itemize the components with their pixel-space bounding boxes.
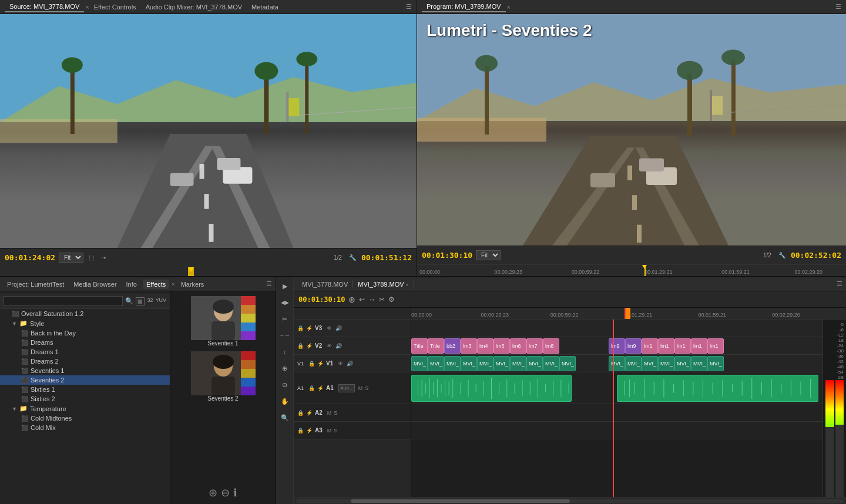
- program-fit-dropdown[interactable]: Fit: [476, 250, 501, 260]
- clip-lm1-3[interactable]: lm1: [674, 338, 691, 354]
- v1-clip-8[interactable]: MVI_: [526, 356, 543, 371]
- thumb-seventies1-image[interactable]: [191, 296, 256, 340]
- v1-clip-14[interactable]: MVI_: [658, 356, 674, 371]
- tree-folder-style[interactable]: ▼ 📁 Style: [0, 318, 170, 328]
- timeline-scroll-track[interactable]: [296, 499, 844, 503]
- tree-folder-temperature[interactable]: ▼ 📁 Temperature: [0, 404, 170, 414]
- tree-item-back-in-the-day[interactable]: ⬛ Back in the Day: [0, 328, 170, 338]
- v1-clip-6[interactable]: MVI_: [494, 356, 510, 371]
- clip-lm8[interactable]: lm8: [543, 338, 559, 354]
- audio-v1[interactable]: 🔊: [347, 361, 353, 367]
- tree-item-dreams[interactable]: ⬛ Dreams: [0, 338, 170, 347]
- tree-item-saturation[interactable]: ⬛ Overall Saturation 1.2: [0, 309, 170, 318]
- audio-v3[interactable]: 🔊: [335, 325, 342, 331]
- audio-clip-1[interactable]: [411, 375, 572, 402]
- source-timeline-ruler[interactable]: [0, 267, 417, 276]
- tree-item-cold-mix[interactable]: ⬛ Cold Mix: [0, 423, 170, 432]
- mute-a2[interactable]: M: [327, 410, 332, 416]
- clip-lm7[interactable]: lm7: [526, 338, 543, 354]
- tab-media-browser[interactable]: Media Browser: [70, 280, 120, 289]
- lock-a3[interactable]: 🔒: [297, 428, 304, 434]
- track-v1-row[interactable]: MVI_ MVI_ MVI_ MVI_ MVI_ MVI_ MVI_ MVI_ …: [411, 355, 822, 372]
- mute-a3[interactable]: M: [327, 428, 332, 434]
- tree-item-dreams2[interactable]: ⬛ Dreams 2: [0, 357, 170, 366]
- sync-a3[interactable]: ⚡: [306, 428, 313, 434]
- tab-effects[interactable]: Effects: [143, 280, 169, 289]
- track-content-area[interactable]: Title Title bb2 lm3 lm4 lm5 lm6 lm7 lm8 …: [411, 320, 822, 497]
- tool-slip[interactable]: ↔↔: [278, 329, 291, 342]
- v1-clip-4[interactable]: MVI_: [461, 356, 477, 371]
- track-a1-row[interactable]: [411, 372, 822, 404]
- tree-item-sixties2[interactable]: ⬛ Sixties 2: [0, 394, 170, 404]
- source-insert-btn[interactable]: ⇢: [99, 254, 108, 261]
- tool-ripple[interactable]: ◀▶: [278, 296, 291, 309]
- clip-lm1-4[interactable]: lm1: [691, 338, 707, 354]
- tool-zoom-out[interactable]: ⊖: [278, 378, 291, 391]
- audio-v2[interactable]: 🔊: [335, 343, 342, 349]
- track-v3-row[interactable]: [411, 320, 822, 337]
- v1-clip-7[interactable]: MVI_: [510, 356, 526, 371]
- source-tab-source[interactable]: Source: MVI_3778.MOV: [5, 2, 84, 12]
- v1-clip-15[interactable]: MVI_: [674, 356, 691, 371]
- clip-lm1-1[interactable]: lm1: [642, 338, 658, 354]
- timeline-ruler-bar[interactable]: 00:00:00 00:00:29:23 00:00:59:22 00:01:2…: [411, 308, 846, 320]
- audio-clip-2[interactable]: [617, 375, 818, 402]
- timeline-tab-close[interactable]: ×: [406, 282, 409, 288]
- v1-clip-16[interactable]: MVI_: [691, 356, 707, 371]
- effects-search-input[interactable]: [4, 296, 123, 306]
- clip-lm5[interactable]: lm5: [494, 338, 510, 354]
- track-a2-row[interactable]: [411, 404, 822, 422]
- new-bin-icon[interactable]: ▦: [136, 297, 145, 305]
- tree-item-dreams1[interactable]: ⬛ Dreams 1: [0, 347, 170, 357]
- clip-lm1-2[interactable]: lm1: [658, 338, 674, 354]
- sync-v2[interactable]: ⚡: [306, 343, 313, 349]
- clip-title-2[interactable]: Title: [428, 338, 444, 354]
- v1-clip-11[interactable]: MVI_: [609, 356, 625, 371]
- timeline-panel-menu[interactable]: ☰: [837, 280, 842, 288]
- tl-btn-ripple[interactable]: ↔: [368, 295, 375, 304]
- clip-lm1-5[interactable]: lm1: [707, 338, 724, 354]
- tool-hand[interactable]: ✋: [278, 395, 291, 408]
- tab-effects-close[interactable]: ×: [172, 281, 174, 287]
- search-icon[interactable]: 🔍: [125, 297, 133, 305]
- v1-clip-5[interactable]: MVI_: [477, 356, 494, 371]
- v1-clip-10[interactable]: MVI_: [559, 356, 576, 371]
- tl-btn-add-marker[interactable]: ⊕: [348, 295, 355, 304]
- mute-a1[interactable]: M: [358, 385, 363, 391]
- v1-clip-13[interactable]: MVI_: [642, 356, 658, 371]
- tool-zoom-in[interactable]: ⊕: [278, 362, 291, 375]
- program-panel-menu[interactable]: ☰: [835, 3, 841, 11]
- sync-a1[interactable]: ⚡: [317, 385, 324, 391]
- timeline-tab-mvi3778[interactable]: MVI_3778.MOV: [297, 280, 353, 289]
- tree-item-cold-midtones[interactable]: ⬛ Cold Midtones: [0, 414, 170, 423]
- clip-lm9-2[interactable]: lm9: [625, 338, 642, 354]
- left-panel-menu[interactable]: ☰: [266, 280, 272, 288]
- lock-v1[interactable]: 🔒: [308, 361, 315, 367]
- v1-clip-2[interactable]: MVI_: [428, 356, 444, 371]
- source-panel-menu[interactable]: ☰: [406, 3, 412, 11]
- eye-v1[interactable]: 👁: [338, 361, 343, 367]
- program-tab-close[interactable]: ×: [507, 4, 511, 11]
- clip-title-1[interactable]: Title: [411, 338, 428, 354]
- solo-a3[interactable]: S: [334, 428, 337, 434]
- lock-a2[interactable]: 🔒: [297, 410, 304, 416]
- source-tab-audio[interactable]: Audio Clip Mixer: MVI_3778.MOV: [141, 2, 247, 12]
- info-preset-icon[interactable]: ℹ: [233, 486, 237, 499]
- tl-btn-undo[interactable]: ↩: [359, 295, 365, 304]
- source-tab-metadata[interactable]: Metadata: [247, 2, 283, 12]
- program-settings-btn[interactable]: 🔧: [777, 252, 787, 258]
- v1-clip-9[interactable]: MVI_: [543, 356, 559, 371]
- timeline-tab-mvi3789[interactable]: MVI_3789.MOV ×: [353, 280, 414, 289]
- preview-thumb-seventies2[interactable]: Seventies 2: [191, 351, 256, 402]
- source-fit-dropdown[interactable]: Fit: [59, 253, 83, 263]
- eye-v2[interactable]: 👁: [327, 343, 332, 349]
- thumb-seventies2-image[interactable]: [191, 351, 256, 395]
- clip-lm3[interactable]: lm3: [461, 338, 477, 354]
- tab-markers[interactable]: Markers: [177, 280, 208, 289]
- lock-a1[interactable]: 🔒: [308, 385, 315, 391]
- program-tab[interactable]: Program: MVI_3789.MOV: [422, 2, 506, 12]
- clip-lm9-1[interactable]: lm9: [609, 338, 625, 354]
- tool-razor[interactable]: ✂: [278, 313, 291, 325]
- tab-info[interactable]: Info: [123, 280, 140, 289]
- lock-v3[interactable]: 🔒: [297, 325, 304, 331]
